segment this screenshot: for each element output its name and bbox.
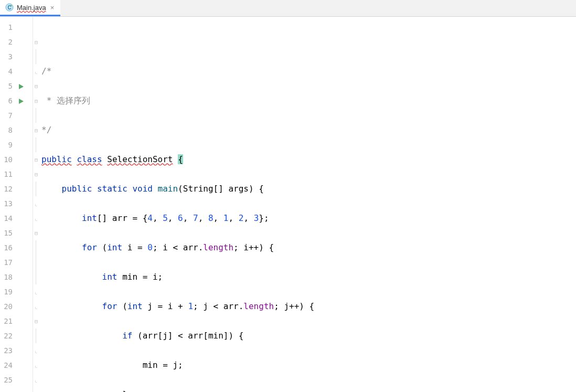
line-number[interactable]: 24 <box>0 361 15 369</box>
line-number[interactable]: 19 <box>0 288 15 296</box>
fold-open-icon[interactable]: ⊟ <box>33 167 39 182</box>
code-line: /* <box>41 64 576 79</box>
fold-open-icon[interactable]: ⊟ <box>33 93 39 108</box>
line-number[interactable]: 6 <box>0 97 15 105</box>
tab-bar: C Main.java × <box>0 0 576 17</box>
line-number[interactable]: 17 <box>0 258 15 267</box>
fold-column: ⊟ ⌞ ⊟ ⊟ ⊟ ⊟ ⊟ ⌞ ⌞ ⊟ ⌞ ⌞ ⊟ ⌞ ⌞ ⌞ <box>33 17 39 392</box>
code-line: int[] arr = {4, 5, 6, 7, 8, 1, 2, 3}; <box>41 211 576 226</box>
code-area[interactable]: /* * 选择序列 */ public class SelectionSort … <box>39 17 576 392</box>
line-number[interactable]: 21 <box>0 317 15 325</box>
tab-main-java[interactable]: C Main.java × <box>0 0 60 16</box>
line-number[interactable]: 5 <box>0 82 15 90</box>
fold-open-icon[interactable]: ⊟ <box>33 152 39 167</box>
code-line: for (int i = 0; i < arr.length; i++) { <box>41 240 576 255</box>
line-number[interactable]: 2 <box>0 38 15 46</box>
line-number[interactable]: 16 <box>0 243 15 252</box>
line-number[interactable]: 3 <box>0 52 15 61</box>
line-number[interactable]: 13 <box>0 199 15 208</box>
code-line: public static void main(String[] args) { <box>41 182 576 196</box>
code-line: } <box>41 387 576 392</box>
fold-open-icon[interactable]: ⊟ <box>33 79 39 93</box>
fold-close-icon[interactable]: ⌞ <box>33 343 39 358</box>
line-number[interactable]: 25 <box>0 376 15 384</box>
line-number[interactable]: 1 <box>0 23 15 31</box>
line-number[interactable]: 4 <box>0 67 15 76</box>
line-number[interactable]: 23 <box>0 346 15 355</box>
line-number[interactable]: 7 <box>0 111 15 120</box>
fold-close-icon[interactable]: ⌞ <box>33 284 39 299</box>
line-number[interactable]: 15 <box>0 229 15 237</box>
code-line: * 选择序列 <box>41 93 576 108</box>
code-line: min = j; <box>41 358 576 373</box>
fold-close-icon[interactable]: ⌞ <box>33 196 39 211</box>
line-number[interactable]: 14 <box>0 214 15 223</box>
line-number[interactable]: 22 <box>0 332 15 340</box>
code-line: for (int j = i + 1; j < arr.length; j++)… <box>41 299 576 314</box>
fold-open-icon[interactable]: ⊟ <box>33 314 39 329</box>
fold-close-icon[interactable]: ⌞ <box>33 211 39 226</box>
code-line: int min = i; <box>41 270 576 284</box>
fold-close-icon[interactable]: ⌞ <box>33 358 39 373</box>
fold-close-icon[interactable]: ⌞ <box>33 64 39 79</box>
fold-close-icon[interactable]: ⌞ <box>33 299 39 314</box>
run-icon[interactable] <box>18 97 25 104</box>
run-icon[interactable] <box>18 82 25 90</box>
fold-close-icon[interactable]: ⌞ <box>33 373 39 387</box>
code-line: public class SelectionSort { <box>41 152 576 167</box>
line-number[interactable]: 9 <box>0 141 15 149</box>
line-number[interactable]: 10 <box>0 155 15 164</box>
tab-label: Main.java <box>17 4 46 12</box>
code-line: */ <box>41 123 576 137</box>
code-line <box>41 35 576 49</box>
line-number[interactable]: 20 <box>0 302 15 311</box>
line-number[interactable]: 8 <box>0 126 15 134</box>
fold-open-icon[interactable]: ⊟ <box>33 35 39 49</box>
close-icon[interactable]: × <box>49 4 56 12</box>
line-number[interactable]: 12 <box>0 185 15 193</box>
fold-open-icon[interactable]: ⊟ <box>33 123 39 137</box>
line-number[interactable]: 18 <box>0 273 15 281</box>
fold-open-icon[interactable]: ⊟ <box>33 226 39 240</box>
java-class-icon: C <box>5 3 14 12</box>
code-line: if (arr[j] < arr[min]) { <box>41 329 576 343</box>
gutter: 1 2 3 4 5 6 7 8 9 10 11 12 13 14 15 16 1… <box>0 17 33 392</box>
editor: 1 2 3 4 5 6 7 8 9 10 11 12 13 14 15 16 1… <box>0 17 576 392</box>
line-number[interactable]: 11 <box>0 170 15 178</box>
